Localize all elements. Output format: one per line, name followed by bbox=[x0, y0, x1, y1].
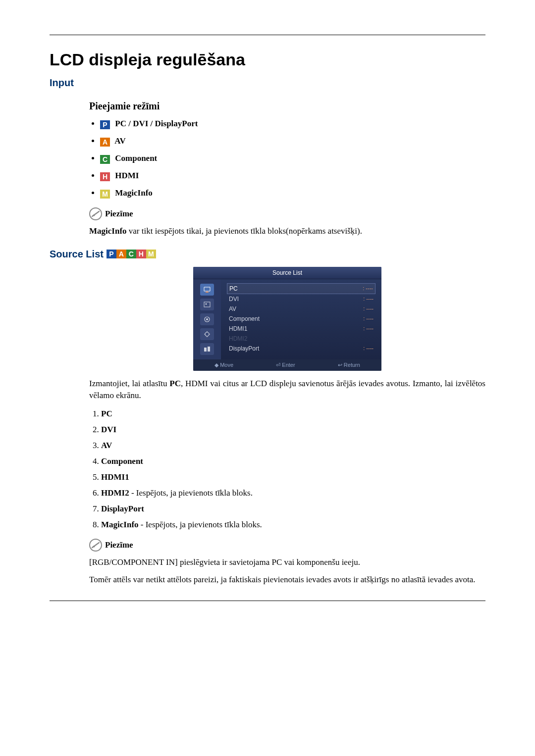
a-icon: A bbox=[116, 250, 126, 258]
mode-label: Component bbox=[115, 153, 157, 163]
osd-tab-icon-picture bbox=[200, 299, 214, 310]
icon-strip: P A C H M bbox=[107, 250, 156, 258]
list-item: HDMI2 - Iespējots, ja pievienots tīkla b… bbox=[101, 488, 485, 498]
svg-point-4 bbox=[206, 318, 208, 320]
mode-label: MagicInfo bbox=[115, 188, 153, 198]
osd-row-val: : ---- bbox=[363, 325, 374, 332]
source-ordered-list: PC DVI AV Component HDMI1 HDMI2 - Iespēj… bbox=[89, 409, 485, 530]
osd-window: Source List bbox=[193, 267, 381, 371]
osd-row-val: : ---- bbox=[363, 285, 373, 292]
osd-row-label: Component bbox=[229, 315, 260, 322]
note-label: Piezīme bbox=[105, 209, 133, 219]
osd-footer-return: ↩ Return bbox=[338, 362, 360, 368]
list-item: AV bbox=[101, 441, 485, 451]
c-icon: C bbox=[100, 155, 110, 164]
list-item: HDMI1 bbox=[101, 472, 485, 482]
osd-row-displayport: DisplayPort : ---- bbox=[227, 344, 375, 353]
section-input-title: Input bbox=[50, 77, 485, 89]
li-rest: - Iespējots, ja pievienots tīkla bloks. bbox=[129, 488, 253, 498]
desc-pre: Izmantojiet, lai atlasītu bbox=[89, 379, 169, 388]
note-icon bbox=[89, 539, 102, 552]
svg-point-2 bbox=[206, 303, 207, 304]
p-icon: P bbox=[100, 120, 110, 129]
li-bold: DisplayPort bbox=[101, 504, 144, 513]
m-icon: M bbox=[100, 190, 110, 199]
mode-label: PC / DVI / DisplayPort bbox=[115, 119, 198, 128]
p-icon: P bbox=[107, 250, 116, 258]
list-item: MagicInfo - Iespējots, ja pievienots tīk… bbox=[101, 520, 485, 530]
source-list-title: Source List bbox=[50, 249, 104, 260]
osd-row-val: : ---- bbox=[363, 296, 374, 302]
note-bold: MagicInfo bbox=[89, 226, 127, 236]
osd-body: PC : ---- DVI : ---- AV : ---- Compone bbox=[193, 279, 381, 359]
mode-item-av: A AV bbox=[100, 136, 485, 147]
note-icon bbox=[89, 207, 102, 220]
osd-row-val: : ---- bbox=[363, 315, 374, 322]
desc-bold: PC bbox=[169, 379, 181, 388]
li-bold: HDMI2 bbox=[101, 488, 129, 498]
osd-row-hdmi2: HDMI2 bbox=[227, 334, 375, 344]
osd-row-dvi: DVI : ---- bbox=[227, 294, 375, 304]
osd-row-label: AV bbox=[229, 305, 236, 312]
note-body: MagicInfo var tikt iespējots tikai, ja p… bbox=[89, 225, 485, 238]
osd-row-pc: PC : ---- bbox=[227, 283, 375, 294]
osd-row-hdmi1: HDMI1 : ---- bbox=[227, 324, 375, 334]
osd-rows: PC : ---- DVI : ---- AV : ---- Compone bbox=[221, 279, 381, 359]
list-item: PC bbox=[101, 409, 485, 419]
note2-label: Piezīme bbox=[105, 540, 133, 550]
li-bold: PC bbox=[101, 409, 112, 418]
osd-footer-enter: ⏎ Enter bbox=[276, 362, 295, 368]
note2-p1: [RGB/COMPONENT IN] pieslēgvieta ir savie… bbox=[89, 556, 485, 569]
osd-row-label: PC bbox=[229, 285, 238, 292]
mode-label: HDMI bbox=[115, 171, 139, 180]
h-icon: H bbox=[100, 172, 110, 181]
page-title: LCD displeja regulēšana bbox=[50, 50, 485, 69]
osd-row-component: Component : ---- bbox=[227, 314, 375, 324]
mode-label: AV bbox=[114, 136, 125, 146]
svg-rect-6 bbox=[204, 348, 207, 352]
osd-title: Source List bbox=[193, 267, 381, 279]
h-icon: H bbox=[136, 250, 146, 258]
top-rule bbox=[50, 35, 485, 35]
note2-p2: Tomēr attēls var netikt attēlots pareizi… bbox=[89, 574, 485, 586]
source-list-heading: Source List P A C H M bbox=[50, 249, 485, 260]
osd-row-val: : ---- bbox=[363, 305, 374, 312]
c-icon: C bbox=[126, 250, 136, 258]
osd-tab-icon-sound bbox=[200, 313, 214, 325]
source-description: Izmantojiet, lai atlasītu PC, HDMI vai c… bbox=[89, 378, 485, 402]
li-rest: - Iespējots, ja pievienots tīkla bloks. bbox=[139, 520, 262, 529]
a-icon: A bbox=[100, 138, 110, 147]
bottom-rule bbox=[50, 601, 485, 601]
mode-item-magicinfo: M MagicInfo bbox=[100, 188, 485, 199]
li-bold: Component bbox=[101, 456, 143, 466]
osd-footer-move: ◆ Move bbox=[214, 362, 233, 368]
mode-list: P PC / DVI / DisplayPort A AV C Componen… bbox=[89, 119, 485, 199]
note2-row: Piezīme bbox=[89, 539, 485, 552]
osd-tab-icon-source bbox=[200, 284, 214, 296]
note-row: Piezīme bbox=[89, 207, 485, 220]
list-item: DisplayPort bbox=[101, 504, 485, 514]
mode-item-pc: P PC / DVI / DisplayPort bbox=[100, 119, 485, 129]
svg-rect-1 bbox=[204, 302, 210, 307]
list-item: DVI bbox=[101, 425, 485, 435]
li-bold: AV bbox=[101, 441, 112, 450]
mode-item-hdmi: H HDMI bbox=[100, 171, 485, 181]
li-bold: MagicInfo bbox=[101, 520, 139, 529]
list-item: Component bbox=[101, 456, 485, 466]
source-content: Source List bbox=[89, 267, 485, 586]
osd-row-label: HDMI1 bbox=[229, 325, 247, 332]
mode-item-component: C Component bbox=[100, 153, 485, 164]
li-bold: DVI bbox=[101, 425, 116, 434]
m-icon: M bbox=[146, 250, 156, 258]
osd-row-label: HDMI2 bbox=[229, 335, 247, 342]
osd-footer: ◆ Move ⏎ Enter ↩ Return bbox=[193, 359, 381, 371]
osd-row-label: DVI bbox=[229, 296, 239, 302]
osd-tab-icon-multi bbox=[200, 343, 214, 355]
osd-row-av: AV : ---- bbox=[227, 304, 375, 314]
osd-row-val: : ---- bbox=[363, 345, 374, 352]
note-rest: var tikt iespējots tikai, ja pievienots … bbox=[127, 226, 362, 236]
osd-sidebar bbox=[193, 279, 221, 359]
svg-rect-7 bbox=[208, 347, 210, 352]
osd-screenshot-wrap: Source List bbox=[89, 267, 485, 371]
osd-tab-icon-setup bbox=[200, 328, 214, 340]
